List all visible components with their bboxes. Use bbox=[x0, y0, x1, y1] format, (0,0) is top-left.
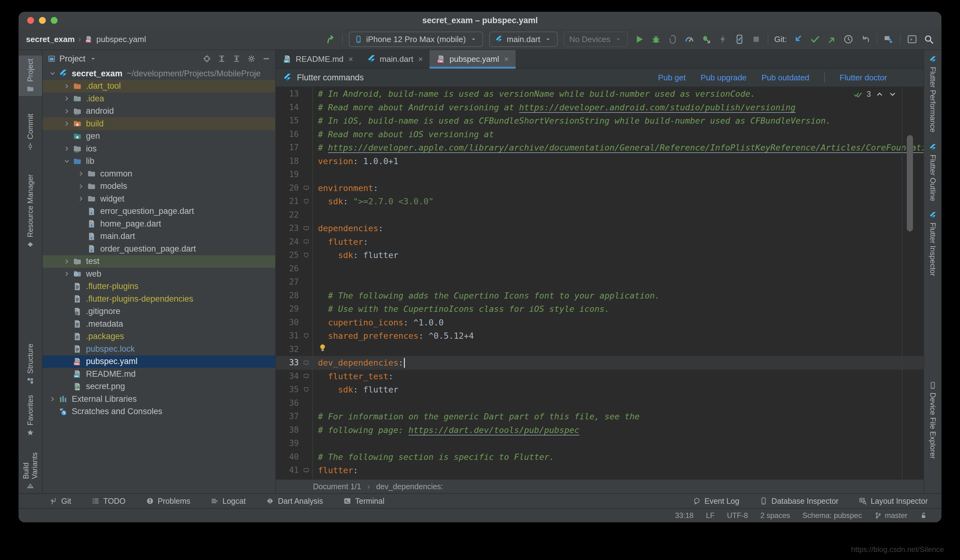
fold-marker-icon[interactable] bbox=[300, 383, 312, 397]
tab-readme-md[interactable]: MDREADME.md× bbox=[276, 50, 360, 68]
tree-item-android[interactable]: android bbox=[43, 105, 275, 118]
banner-action-pub-upgrade[interactable]: Pub upgrade bbox=[701, 73, 747, 83]
tree-item-pubspec-lock[interactable]: pubspec.lock bbox=[43, 343, 275, 356]
git-update-button[interactable] bbox=[793, 34, 803, 45]
tree-item-home-page-dart[interactable]: home_page.dart bbox=[43, 218, 275, 230]
hide-panel-icon[interactable] bbox=[262, 55, 270, 63]
project-structure-icon[interactable] bbox=[883, 34, 894, 45]
fold-marker-icon[interactable] bbox=[300, 195, 312, 208]
project-view-title[interactable]: Project bbox=[59, 54, 85, 64]
banner-action-flutter-doctor[interactable]: Flutter doctor bbox=[840, 73, 887, 83]
close-icon[interactable]: × bbox=[418, 54, 423, 64]
fold-marker-icon[interactable] bbox=[300, 249, 312, 262]
tab-main-dart[interactable]: main.dart× bbox=[360, 50, 430, 68]
tool-strip-item-commit[interactable]: Commit bbox=[19, 111, 42, 153]
code-line-23[interactable]: 23dependencies: bbox=[276, 222, 923, 235]
fold-marker-icon[interactable] bbox=[300, 329, 312, 343]
tree-item--flutter-plugins-dependencies[interactable]: .flutter-plugins-dependencies bbox=[43, 293, 275, 305]
tool-strip-item-project[interactable]: Project bbox=[19, 56, 42, 96]
run-config-selector[interactable]: main.dart bbox=[489, 32, 557, 47]
tree-chevron-icon[interactable] bbox=[61, 258, 72, 265]
tree-item--gitignore[interactable]: .gitignore bbox=[43, 305, 275, 318]
devtools-icon[interactable] bbox=[734, 34, 745, 45]
code-line-42[interactable]: 42 bbox=[276, 477, 923, 479]
tree-item-models[interactable]: models bbox=[43, 180, 275, 193]
tree-chevron-icon[interactable] bbox=[75, 195, 86, 203]
hot-reload-icon[interactable] bbox=[718, 34, 728, 45]
close-icon[interactable]: × bbox=[349, 54, 353, 64]
tree-item-lib[interactable]: lib bbox=[43, 155, 275, 168]
status-item-2-spaces[interactable]: 2 spaces bbox=[760, 511, 790, 520]
tool-strip-item-flutter-performance[interactable]: Flutter Performance bbox=[924, 53, 941, 136]
tree-chevron-icon[interactable] bbox=[61, 83, 72, 90]
code-line-21[interactable]: 21 sdk: ">=2.7.0 <3.0.0" bbox=[276, 195, 923, 208]
tree-item--packages[interactable]: .packages bbox=[43, 330, 275, 343]
tree-item--idea[interactable]: .idea bbox=[43, 93, 275, 105]
zoom-window-button[interactable] bbox=[51, 17, 58, 24]
device-selector[interactable]: iPhone 12 Pro Max (mobile) bbox=[349, 32, 483, 47]
code-line-17[interactable]: 17# https://developer.apple.com/library/… bbox=[276, 141, 923, 155]
back-arrow-icon[interactable] bbox=[325, 34, 336, 45]
code-line-26[interactable]: 26 bbox=[276, 262, 923, 276]
code-line-28[interactable]: 28 # The following adds the Cupertino Ic… bbox=[276, 289, 923, 303]
tree-chevron-icon[interactable] bbox=[61, 145, 72, 152]
tree-chevron-icon[interactable] bbox=[75, 170, 86, 177]
fold-marker-icon[interactable] bbox=[300, 464, 312, 477]
status-item-lf[interactable]: LF bbox=[706, 511, 714, 520]
profiler-icon[interactable] bbox=[684, 34, 694, 45]
code-line-15[interactable]: 15# In iOS, build-name is used as CFBund… bbox=[276, 114, 923, 128]
tree-chevron-icon[interactable] bbox=[61, 270, 72, 278]
tool-strip-item-build-variants[interactable]: Build Variants bbox=[19, 442, 42, 493]
code-line-35[interactable]: 35 sdk: flutter bbox=[276, 383, 923, 397]
tool-window-button-layout-inspector[interactable]: Layout Inspector bbox=[859, 497, 928, 506]
code-line-39[interactable]: 39 bbox=[276, 437, 923, 450]
code-line-20[interactable]: 20environment: bbox=[276, 182, 923, 195]
tree-item-widget[interactable]: widget bbox=[43, 193, 275, 205]
tool-window-button-problems[interactable]: Problems bbox=[146, 497, 190, 506]
attach-to-process-icon[interactable] bbox=[701, 34, 711, 45]
tool-strip-item-structure[interactable]: Structure bbox=[19, 341, 42, 388]
tool-window-button-git[interactable]: Git bbox=[50, 497, 71, 506]
code-line-13[interactable]: 13# In Android, build-name is used as ve… bbox=[276, 87, 923, 101]
editor-scrollbar[interactable] bbox=[907, 135, 913, 231]
code-line-31[interactable]: 31 shared_preferences: ^0.5.12+4 bbox=[276, 329, 923, 343]
intention-bulb-icon[interactable] bbox=[318, 343, 327, 356]
code-line-38[interactable]: 38# following page: https://dart.dev/too… bbox=[276, 423, 923, 437]
git-push-button[interactable] bbox=[826, 34, 837, 45]
gear-icon[interactable] bbox=[247, 55, 256, 63]
select-opened-file-icon[interactable] bbox=[203, 55, 211, 63]
breadcrumb-node[interactable]: dev_dependencies: bbox=[376, 482, 443, 491]
code-editor[interactable]: 13# In Android, build-name is used as ve… bbox=[276, 87, 923, 479]
next-problem-icon[interactable] bbox=[888, 90, 897, 99]
inspection-widget[interactable]: 3 bbox=[854, 89, 897, 99]
code-line-30[interactable]: 30 cupertino_icons: ^1.0.0 bbox=[276, 316, 923, 329]
breadcrumb-document[interactable]: Document 1/1 bbox=[313, 482, 361, 491]
code-line-24[interactable]: 24 flutter: bbox=[276, 235, 923, 249]
code-line-25[interactable]: 25 sdk: flutter bbox=[276, 249, 923, 262]
status-git-branch[interactable]: master bbox=[874, 511, 907, 520]
tree-item-secret-exam[interactable]: secret_exam~/development/Projects/Mobile… bbox=[43, 67, 275, 80]
code-line-22[interactable]: 22 bbox=[276, 208, 923, 222]
code-line-32[interactable]: 32 bbox=[276, 343, 923, 356]
tool-strip-item-device-file-explorer[interactable]: Device File Explorer bbox=[924, 378, 941, 462]
code-line-19[interactable]: 19 bbox=[276, 168, 923, 182]
debug-button[interactable] bbox=[651, 34, 661, 45]
tool-window-button-todo[interactable]: TODO bbox=[91, 497, 126, 506]
fold-marker-icon[interactable] bbox=[300, 222, 312, 235]
run-button[interactable] bbox=[634, 34, 645, 45]
tree-item-external-libraries[interactable]: External Libraries bbox=[43, 393, 275, 405]
tree-item--flutter-plugins[interactable]: .flutter-plugins bbox=[43, 280, 275, 293]
tree-chevron-icon[interactable] bbox=[61, 95, 72, 102]
tree-item-readme-md[interactable]: MDREADME.md bbox=[43, 368, 275, 380]
banner-action-pub-outdated[interactable]: Pub outdated bbox=[762, 73, 810, 83]
code-line-27[interactable]: 27 bbox=[276, 275, 923, 289]
tool-window-button-dart-analysis[interactable]: Dart Analysis bbox=[266, 497, 323, 506]
tree-chevron-icon[interactable] bbox=[47, 395, 58, 403]
chevron-down-icon[interactable] bbox=[89, 55, 97, 63]
tree-item-ios[interactable]: ios bbox=[43, 142, 275, 155]
tree-item-gen[interactable]: gen bbox=[43, 130, 275, 143]
status-item-utf-8[interactable]: UTF-8 bbox=[727, 511, 748, 520]
close-window-button[interactable] bbox=[27, 17, 34, 24]
rollback-icon[interactable] bbox=[860, 34, 870, 45]
tool-strip-item-resource-manager[interactable]: Resource Manager bbox=[19, 171, 42, 252]
